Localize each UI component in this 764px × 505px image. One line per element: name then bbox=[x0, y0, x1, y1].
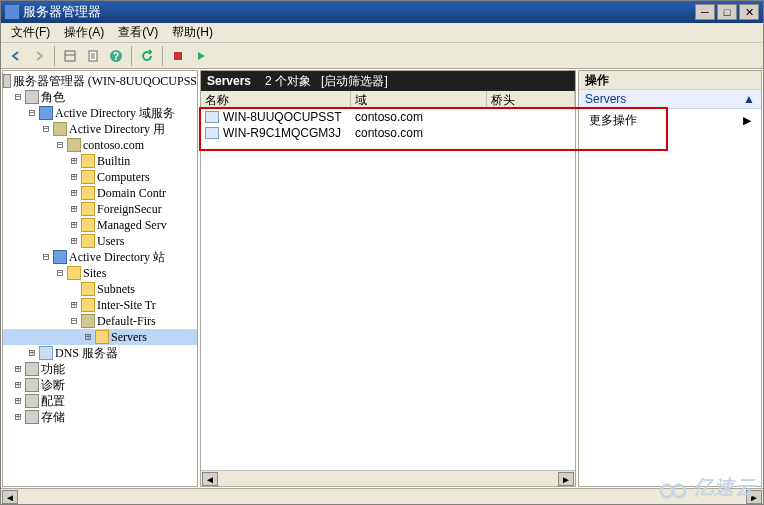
tree-users[interactable]: ⊞Users bbox=[3, 233, 197, 249]
tree-dns[interactable]: ⊞DNS 服务器 bbox=[3, 345, 197, 361]
svg-text:?: ? bbox=[113, 51, 119, 62]
tree-ad-domain[interactable]: ⊟Active Directory 域服务 bbox=[3, 105, 197, 121]
tree-foreign[interactable]: ⊞ForeignSecur bbox=[3, 201, 197, 217]
menu-view[interactable]: 查看(V) bbox=[112, 22, 164, 43]
refresh-button[interactable] bbox=[136, 45, 158, 67]
window-title: 服务器管理器 bbox=[23, 3, 101, 21]
tree-features[interactable]: ⊞功能 bbox=[3, 361, 197, 377]
tree-roles[interactable]: ⊟角色 bbox=[3, 89, 197, 105]
folder-icon bbox=[81, 154, 95, 168]
expand-icon[interactable]: ⊞ bbox=[67, 169, 81, 185]
collapse-icon[interactable]: ⊟ bbox=[53, 137, 67, 153]
tree-root[interactable]: 服务器管理器 (WIN-8UUQOCUPSS bbox=[3, 73, 197, 89]
expand-icon[interactable]: ⊞ bbox=[11, 361, 25, 377]
menu-help[interactable]: 帮助(H) bbox=[166, 22, 219, 43]
scroll-left-button[interactable]: ◄ bbox=[202, 472, 218, 486]
back-button[interactable] bbox=[5, 45, 27, 67]
scroll-right-button[interactable]: ► bbox=[558, 472, 574, 486]
forward-button[interactable] bbox=[28, 45, 50, 67]
expand-icon[interactable]: ⊞ bbox=[67, 217, 81, 233]
row-name: WIN-R9C1MQCGM3J bbox=[223, 126, 341, 140]
actions-head: 操作 bbox=[579, 71, 761, 89]
tree-h-scrollbar[interactable]: ◄ ► bbox=[1, 488, 763, 504]
collapse-icon[interactable]: ⊟ bbox=[39, 121, 53, 137]
col-domain[interactable]: 域 bbox=[351, 91, 487, 108]
menu-file[interactable]: 文件(F) bbox=[5, 22, 56, 43]
grid-header: 名称 域 桥头 bbox=[201, 91, 575, 109]
collapse-icon[interactable]: ⊟ bbox=[67, 313, 81, 329]
help-button[interactable]: ? bbox=[105, 45, 127, 67]
tree-sites[interactable]: ⊟Sites bbox=[3, 265, 197, 281]
site-icon bbox=[81, 314, 95, 328]
tree-subnets[interactable]: Subnets bbox=[3, 281, 197, 297]
ad-icon bbox=[39, 106, 53, 120]
maximize-button[interactable]: □ bbox=[717, 4, 737, 20]
row-domain: contoso.com bbox=[355, 126, 423, 140]
h-scrollbar[interactable]: ◄ ► bbox=[201, 470, 575, 486]
tree-default-first[interactable]: ⊟Default-Firs bbox=[3, 313, 197, 329]
tree-computers[interactable]: ⊞Computers bbox=[3, 169, 197, 185]
show-hide-button[interactable] bbox=[59, 45, 81, 67]
export-button[interactable] bbox=[82, 45, 104, 67]
action-more-label: 更多操作 bbox=[589, 112, 637, 129]
col-name[interactable]: 名称 bbox=[201, 91, 351, 108]
expand-icon[interactable]: ⊞ bbox=[11, 377, 25, 393]
tree-config-label: 配置 bbox=[41, 393, 65, 409]
scroll-left-button[interactable]: ◄ bbox=[2, 490, 18, 504]
tree-ad-users[interactable]: ⊟Active Directory 用 bbox=[3, 121, 197, 137]
collapse-icon[interactable]: ⊟ bbox=[39, 249, 53, 265]
diagnostics-icon bbox=[25, 378, 39, 392]
expand-icon[interactable]: ⊞ bbox=[81, 329, 95, 345]
tree-domain-contr[interactable]: ⊞Domain Contr bbox=[3, 185, 197, 201]
folder-icon bbox=[81, 202, 95, 216]
tree-builtin[interactable]: ⊞Builtin bbox=[3, 153, 197, 169]
expand-icon[interactable]: ⊞ bbox=[67, 297, 81, 313]
expand-icon[interactable]: ⊞ bbox=[11, 393, 25, 409]
play-button[interactable] bbox=[190, 45, 212, 67]
expand-icon[interactable]: ⊞ bbox=[11, 409, 25, 425]
scroll-right-button[interactable]: ► bbox=[746, 490, 762, 504]
expand-icon[interactable]: ⊞ bbox=[67, 233, 81, 249]
tree-ad-users-label: Active Directory 用 bbox=[69, 121, 165, 137]
stop-button[interactable] bbox=[167, 45, 189, 67]
server-icon bbox=[3, 74, 11, 88]
expand-icon[interactable]: ⊞ bbox=[67, 201, 81, 217]
config-icon bbox=[25, 394, 39, 408]
tree-servers-label: Servers bbox=[111, 329, 147, 345]
list-header: Servers 2 个对象 [启动筛选器] bbox=[201, 71, 575, 91]
svg-rect-5 bbox=[174, 52, 182, 60]
domain-icon bbox=[67, 138, 81, 152]
col-bridge[interactable]: 桥头 bbox=[487, 91, 575, 108]
collapse-icon[interactable]: ⊟ bbox=[11, 89, 25, 105]
tree-builtin-label: Builtin bbox=[97, 153, 130, 169]
action-more[interactable]: 更多操作 ▶ bbox=[579, 109, 761, 132]
tree-servers-selected[interactable]: ⊞Servers bbox=[3, 329, 197, 345]
tree-intersite[interactable]: ⊞Inter-Site Tr bbox=[3, 297, 197, 313]
actions-context: Servers ▲ bbox=[579, 89, 761, 109]
collapse-icon[interactable]: ⊟ bbox=[25, 105, 39, 121]
tree-roles-label: 角色 bbox=[41, 89, 65, 105]
list-item[interactable]: WIN-R9C1MQCGM3J contoso.com bbox=[201, 125, 575, 141]
tree-managed[interactable]: ⊞Managed Serv bbox=[3, 217, 197, 233]
collapse-icon[interactable]: ⊟ bbox=[53, 265, 67, 281]
tree-storage[interactable]: ⊞存储 bbox=[3, 409, 197, 425]
expand-icon[interactable]: ⊞ bbox=[25, 345, 39, 361]
close-button[interactable]: ✕ bbox=[739, 4, 759, 20]
tree-diagnostics[interactable]: ⊞诊断 bbox=[3, 377, 197, 393]
list-item[interactable]: WIN-8UUQOCUPSST contoso.com bbox=[201, 109, 575, 125]
ad-sites-icon bbox=[53, 250, 67, 264]
grid-body: WIN-8UUQOCUPSST contoso.com WIN-R9C1MQCG… bbox=[201, 109, 575, 470]
expand-icon[interactable]: ⊞ bbox=[67, 185, 81, 201]
tree-contoso[interactable]: ⊟contoso.com bbox=[3, 137, 197, 153]
filter-toggle[interactable]: [启动筛选器] bbox=[321, 73, 388, 90]
menubar: 文件(F) 操作(A) 查看(V) 帮助(H) bbox=[1, 23, 763, 43]
expand-icon[interactable]: ⊞ bbox=[67, 153, 81, 169]
tree-ad-domain-label: Active Directory 域服务 bbox=[55, 105, 175, 121]
chevron-up-icon[interactable]: ▲ bbox=[743, 92, 755, 106]
minimize-button[interactable]: ─ bbox=[695, 4, 715, 20]
tree-root-label: 服务器管理器 (WIN-8UUQOCUPSS bbox=[13, 73, 197, 89]
menu-action[interactable]: 操作(A) bbox=[58, 22, 110, 43]
tree-config[interactable]: ⊞配置 bbox=[3, 393, 197, 409]
tree-ad-sites[interactable]: ⊟Active Directory 站 bbox=[3, 249, 197, 265]
tree-dc-label: Domain Contr bbox=[97, 185, 166, 201]
